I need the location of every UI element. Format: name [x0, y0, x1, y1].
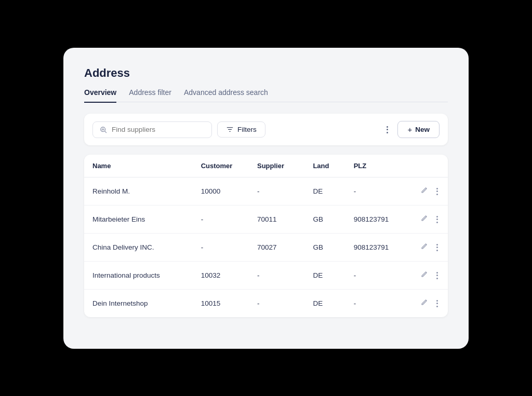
edit-button[interactable] [418, 269, 430, 282]
cell-customer: - [193, 206, 249, 234]
cell-actions [407, 234, 448, 262]
edit-button[interactable] [418, 297, 430, 310]
table-row: International products 10032 - DE - [84, 262, 448, 290]
row-actions [415, 269, 440, 282]
table-row: China Delivery INC. - 70027 GB 908123791 [84, 234, 448, 262]
tab-address-filter[interactable]: Address filter [129, 88, 171, 103]
cell-plz: - [345, 262, 407, 290]
cell-actions [407, 262, 448, 290]
row-more-icon [436, 216, 438, 223]
cell-supplier: - [249, 262, 304, 290]
col-header-name: Name [84, 155, 193, 177]
row-more-icon [436, 188, 438, 195]
table-row: Dein Internetshop 10015 - DE - [84, 290, 448, 318]
more-dots-icon [387, 126, 388, 133]
address-table: Name Customer Supplier Land PLZ Reinhold… [84, 155, 448, 317]
cell-supplier: 70011 [249, 206, 304, 234]
cell-land: DE [304, 177, 345, 206]
row-more-button[interactable] [435, 242, 440, 253]
row-actions [415, 241, 440, 254]
new-label: New [415, 126, 430, 133]
search-icon [99, 126, 108, 134]
new-button[interactable]: + New [397, 121, 440, 138]
page-title: Address [84, 66, 448, 80]
cell-name: Reinhold M. [84, 177, 193, 206]
col-header-actions [407, 155, 448, 177]
filter-label: Filters [237, 126, 257, 133]
filter-button[interactable]: Filters [217, 121, 265, 138]
cell-plz: 908123791 [345, 206, 407, 234]
col-header-supplier: Supplier [249, 155, 304, 177]
cell-customer: 10015 [193, 290, 249, 318]
edit-icon [420, 270, 428, 280]
row-actions [415, 297, 440, 310]
cell-plz: - [345, 177, 407, 206]
row-more-button[interactable] [435, 270, 440, 281]
cell-customer: - [193, 234, 249, 262]
col-header-land: Land [304, 155, 345, 177]
row-more-button[interactable] [435, 186, 440, 197]
cell-supplier: 70027 [249, 234, 304, 262]
edit-icon [420, 214, 428, 224]
cell-customer: 10000 [193, 177, 249, 206]
row-more-icon [436, 244, 438, 251]
filter-icon [226, 126, 234, 133]
tab-overview[interactable]: Overview [84, 88, 116, 103]
cell-customer: 10032 [193, 262, 249, 290]
row-more-icon [436, 272, 438, 279]
edit-icon [420, 242, 428, 252]
more-options-button[interactable] [382, 123, 392, 136]
row-more-button[interactable] [435, 298, 440, 309]
col-header-plz: PLZ [345, 155, 407, 177]
cell-actions [407, 177, 448, 206]
cell-supplier: - [249, 177, 304, 206]
edit-icon [420, 298, 428, 308]
edit-icon [420, 186, 428, 196]
cell-land: GB [304, 206, 345, 234]
row-more-icon [436, 300, 438, 307]
row-more-button[interactable] [435, 214, 440, 225]
search-wrapper [92, 121, 212, 138]
svg-line-1 [105, 131, 107, 132]
main-card: Address Overview Address filter Advanced… [63, 48, 469, 349]
row-actions [415, 213, 440, 226]
table-row: Reinhold M. 10000 - DE - [84, 177, 448, 206]
cell-plz: - [345, 290, 407, 318]
cell-actions [407, 290, 448, 318]
cell-supplier: - [249, 290, 304, 318]
search-input[interactable] [112, 126, 205, 133]
table-row: Mitarbeieter Eins - 70011 GB 908123791 [84, 206, 448, 234]
cell-actions [407, 206, 448, 234]
tab-bar: Overview Address filter Advanced address… [84, 88, 448, 103]
cell-name: International products [84, 262, 193, 290]
cell-land: DE [304, 290, 345, 318]
cell-name: China Delivery INC. [84, 234, 193, 262]
edit-button[interactable] [418, 185, 430, 198]
row-actions [415, 185, 440, 198]
cell-plz: 908123791 [345, 234, 407, 262]
table-header-row: Name Customer Supplier Land PLZ [84, 155, 448, 177]
tab-advanced-address-search[interactable]: Advanced address search [184, 88, 268, 103]
toolbar: Filters + New [84, 114, 448, 145]
cell-land: GB [304, 234, 345, 262]
col-header-customer: Customer [193, 155, 249, 177]
edit-button[interactable] [418, 241, 430, 254]
cell-name: Mitarbeieter Eins [84, 206, 193, 234]
cell-land: DE [304, 262, 345, 290]
cell-name: Dein Internetshop [84, 290, 193, 318]
edit-button[interactable] [418, 213, 430, 226]
plus-icon: + [407, 125, 412, 134]
